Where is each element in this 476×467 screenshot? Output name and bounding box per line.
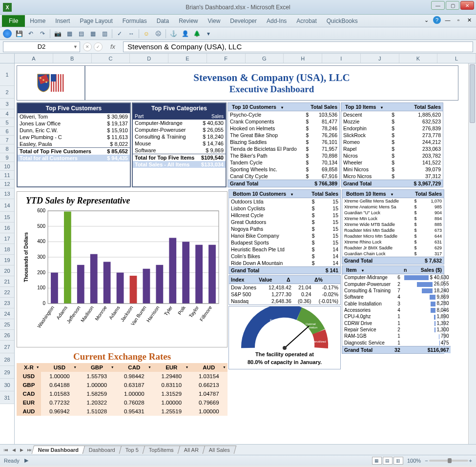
row-header[interactable]: 23 [0,298,14,308]
camera-icon[interactable]: 📷 [53,29,62,38]
column-header[interactable]: D [130,54,168,63]
column-header[interactable]: J [361,54,399,63]
row-header[interactable]: 2 [0,86,14,99]
zoom-in-button[interactable]: + [469,458,472,464]
fx-label[interactable]: fx [105,43,120,50]
row-header[interactable]: 1 [0,63,14,86]
form-icon[interactable]: ▦ [65,29,74,38]
page-layout-view-button[interactable]: ▤ [383,457,393,465]
filter-icon[interactable]: ▾ [289,191,295,198]
xr-header[interactable]: GBP▼ [78,363,115,372]
help-icon[interactable]: ? [433,16,441,24]
ribbon-tab-view[interactable]: View [203,15,226,27]
row-header[interactable]: 15 [0,212,14,223]
sheet-tab[interactable]: Dashboard [83,446,122,454]
enter-formula-icon[interactable]: ✓ [94,42,103,51]
name-box[interactable]: D2▼ [3,41,80,52]
column-header[interactable]: L [437,54,476,63]
fill-icon[interactable]: ↔ [127,29,136,38]
row-header[interactable]: 27 [0,341,14,353]
row-header[interactable]: 14 [0,199,14,212]
filter-icon[interactable]: ▾ [389,191,395,198]
xr-header[interactable]: X-R▼ [17,363,41,372]
sheet-tab[interactable]: All AR [177,446,205,454]
ribbon-tab-formulas[interactable]: Formulas [118,15,152,27]
row-header[interactable]: 28 [0,353,14,366]
filter-icon[interactable]: ▾ [379,104,385,111]
ribbon-tab-insert[interactable]: Insert [50,15,75,27]
next-sheet-button[interactable]: ▶ [18,446,25,454]
person-icon[interactable]: 👤 [181,29,189,38]
row-header[interactable]: 31 [0,391,14,404]
prev-sheet-button[interactable]: ◀ [10,446,18,454]
window-restore-icon[interactable]: ▫ [455,16,462,24]
row-header[interactable]: 13 [0,188,14,199]
xr-header[interactable]: CAD▼ [116,363,153,372]
row-header[interactable]: 5 [0,118,14,127]
first-sheet-button[interactable]: ⏮ [2,446,10,454]
zoom-thumb[interactable] [448,458,452,463]
row-header[interactable]: 16 [0,223,14,233]
ribbon-tab-developer[interactable]: Developer [225,15,262,27]
frown-icon[interactable]: ☹ [154,29,163,38]
row-header[interactable]: 29 [0,366,14,379]
column-header[interactable]: E [168,54,207,63]
minimize-ribbon-icon[interactable]: ⌄ [422,16,430,24]
tree-icon[interactable]: 🌲 [192,29,201,38]
smiley-icon[interactable]: ☺ [142,29,151,38]
sheet-tab[interactable]: New Dashboard [32,446,85,454]
xr-header[interactable]: EUR▼ [153,363,190,372]
row-header[interactable]: 19 [0,255,14,265]
sheet-tab[interactable]: Top5Items [143,446,180,454]
page-break-view-button[interactable]: ▥ [393,457,403,465]
file-tab[interactable]: File [2,15,25,27]
column-header[interactable]: A [15,54,53,63]
grid-icon[interactable]: ▦ [88,29,97,38]
scrollbar-thumb[interactable] [470,64,475,123]
filter-icon[interactable]: ▾ [279,104,285,111]
sheet-tab[interactable]: All Sales [202,446,236,454]
chevron-down-icon[interactable]: ▼ [73,44,78,49]
column-header[interactable]: G [246,54,284,63]
xr-header[interactable]: AUD▼ [190,363,228,372]
row-header[interactable]: 21 [0,276,14,287]
more-icon[interactable]: ▾ [204,29,213,38]
row-header[interactable]: 24 [0,308,14,319]
ribbon-tab-review[interactable]: Review [174,15,203,27]
row-header[interactable]: 20 [0,265,14,276]
window-close-icon[interactable]: ✕ [465,16,473,24]
ribbon-tab-home[interactable]: Home [25,15,50,27]
column-header[interactable]: C [92,54,130,63]
vertical-scrollbar[interactable] [468,63,476,444]
row-header[interactable]: 30 [0,379,14,391]
row-header[interactable]: 7 [0,136,14,144]
redo-icon[interactable]: ↷ [38,29,47,38]
column-header[interactable]: K [399,54,438,63]
row-header[interactable]: 11 [0,171,14,180]
sheet-tab[interactable]: Top 5 [119,446,145,454]
ribbon-tab-page-layout[interactable]: Page Layout [75,15,117,27]
fx-icon[interactable]: ✓ [115,29,124,38]
row-header[interactable]: 22 [0,287,14,298]
zoom-level[interactable]: 100% [407,458,421,464]
zoom-slider[interactable] [429,460,468,462]
normal-view-button[interactable]: ▦ [372,457,382,465]
row-header[interactable]: 6 [0,127,14,136]
filter-icon[interactable]: ▾ [360,267,366,274]
maximize-button[interactable]: ▢ [446,1,459,10]
row-header[interactable]: 8 [0,144,14,153]
ribbon-tab-acrobat[interactable]: Acrobat [291,15,321,27]
ribbon-tab-quickbooks[interactable]: QuickBooks [322,15,363,27]
close-button[interactable]: ✕ [460,1,474,10]
row-header[interactable]: 10 [0,162,14,171]
select-all-corner[interactable] [0,54,14,63]
anchor-icon[interactable]: ⚓ [169,29,178,38]
row-header[interactable]: 25 [0,319,14,330]
formula-input[interactable]: Stevenson & Company (USA), LLC [123,41,473,52]
row-header[interactable]: 18 [0,244,14,255]
column-header[interactable]: H [284,54,322,63]
ribbon-tab-data[interactable]: Data [152,15,174,27]
row-header[interactable]: 3 [0,99,14,109]
xr-header[interactable]: USD▼ [41,363,78,372]
calc-icon[interactable]: ▤ [77,29,85,38]
